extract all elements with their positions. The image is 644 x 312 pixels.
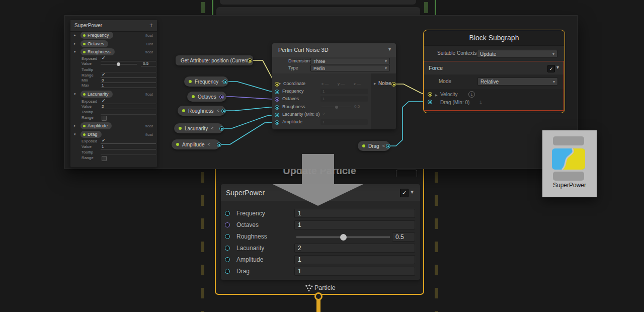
flow-dash-line-right [435, 172, 438, 312]
wire-lacunarity[interactable] [222, 115, 276, 128]
input-value-field[interactable]: 1 [320, 119, 368, 125]
lacunarity-param-port[interactable] [219, 126, 224, 131]
context-output-flow-anchor[interactable] [314, 292, 323, 300]
input-value-field[interactable]: 1 [320, 89, 368, 94]
input-slider-thumb[interactable] [335, 106, 338, 109]
drag-parameter-node[interactable]: Drag < [358, 141, 390, 151]
velocity-input-label: Velocity [440, 92, 457, 97]
flow-dash-line-left [201, 172, 204, 312]
collapse-icon[interactable]: < [382, 143, 385, 148]
frequency-value-field[interactable]: 1 [294, 209, 415, 218]
octaves-value-field[interactable]: 1 [294, 220, 415, 229]
noise-output-port[interactable] [391, 82, 396, 87]
asset-tile-middle [552, 148, 585, 170]
octaves-param-port[interactable] [219, 95, 224, 99]
drag-value-field[interactable]: 1 [294, 267, 415, 276]
frequency-block-port[interactable] [225, 211, 230, 216]
context-header-widget[interactable] [396, 170, 417, 177]
superpower-asset[interactable]: SuperPower [542, 130, 597, 197]
octaves-block-port[interactable] [225, 222, 230, 227]
roughness-value-field[interactable]: 0.5 [392, 232, 415, 242]
coord-z-field[interactable]: z — [354, 82, 361, 86]
noise-output-label: Noise [378, 81, 391, 86]
lacunarity-input-port[interactable] [275, 113, 279, 117]
input-label: Frequency [282, 89, 304, 94]
background-node-top [220, 0, 416, 5]
collapse-icon[interactable]: < [211, 126, 213, 131]
node-collapse-chevron[interactable]: ▾ [388, 46, 391, 52]
input-label: Lacunarity (Min: 0) [282, 112, 320, 117]
spawn-flow-dash-left [201, 2, 205, 13]
lacunarity-block-port[interactable] [225, 246, 230, 251]
drag-param-port[interactable] [386, 144, 390, 148]
block-subgraph-title: Block Subgraph [424, 34, 565, 42]
dropdown-arrow-icon: ▾ [553, 80, 555, 84]
input-value-field[interactable]: 0.5 [354, 104, 360, 109]
coordinate-input-port[interactable] [275, 82, 279, 87]
wire-amplitude[interactable] [220, 122, 276, 144]
input-label: Amplitude [282, 119, 302, 124]
perlin-curl-noise-node[interactable]: Perlin Curl Noise 3D ▾ Dimensions Three … [272, 43, 396, 129]
force-enabled-checkbox[interactable]: ✓ [547, 65, 555, 72]
setting-label: Type [288, 65, 298, 70]
collapse-icon[interactable]: < [217, 108, 219, 113]
wire-noise-to-velocity[interactable] [395, 84, 427, 94]
roughness-param-port[interactable] [221, 109, 226, 113]
frequency-parameter-node[interactable]: Frequency < [184, 76, 228, 87]
octaves-input-port[interactable] [275, 97, 279, 102]
velocity-subgraph-port[interactable] [428, 92, 432, 97]
type-dropdown[interactable]: Perlin ▾ [310, 65, 390, 71]
roughness-slider-thumb[interactable] [340, 234, 347, 241]
drag-input-value[interactable]: 1 [479, 100, 482, 105]
asset-label: SuperPower [542, 182, 597, 189]
suitable-contexts-dropdown[interactable]: Update ▾ [477, 50, 557, 58]
wire-frequency[interactable] [226, 82, 276, 92]
drag-subgraph-port[interactable] [428, 100, 432, 104]
amplitude-param-port[interactable] [217, 142, 221, 147]
row-label: Roughness [236, 233, 267, 240]
wire-octaves[interactable] [222, 97, 276, 99]
roughness-block-port[interactable] [225, 234, 230, 239]
triangle-icon[interactable]: ▶ [435, 93, 438, 97]
drag-block-port[interactable] [225, 269, 230, 274]
asset-tile-top [553, 136, 584, 145]
perlin-node-header[interactable]: Perlin Curl Noise 3D ▾ [272, 43, 396, 57]
roughness-parameter-node[interactable]: Roughness < [178, 106, 225, 116]
exposed-dot-icon [362, 144, 365, 147]
mode-dropdown[interactable]: Relative ▾ [477, 77, 558, 86]
force-mode-row: Mode Relative ▾ [424, 74, 564, 89]
block-subgraph-panel[interactable]: Block Subgraph Suitable Contexts Update … [423, 30, 565, 113]
vfx-graph-canvas[interactable]: Update Particle SuperPower ✓ ▾ Frequency… [0, 0, 644, 312]
amplitude-input-port[interactable] [275, 120, 279, 125]
lacunarity-value-field[interactable]: 2 [294, 244, 415, 253]
coord-y-field[interactable]: y — [338, 82, 345, 86]
coord-x-field[interactable]: x — [321, 82, 329, 86]
position-output-port[interactable] [248, 58, 252, 63]
background-node-bottom [216, 7, 420, 16]
row-label: Lacunarity [236, 245, 264, 252]
lacunarity-parameter-node[interactable]: Lacunarity < [174, 123, 223, 133]
block-enabled-checkbox[interactable]: ✓ [400, 189, 409, 197]
frequency-input-port[interactable] [275, 90, 279, 94]
wire-roughness[interactable] [224, 107, 276, 111]
get-attribute-node[interactable]: Get Attribute: position (Current) [176, 55, 253, 65]
dimensions-dropdown[interactable]: Three ▾ [310, 58, 390, 64]
block-collapse-chevron[interactable]: ▾ [411, 188, 414, 195]
amplitude-value-field[interactable]: 1 [294, 255, 415, 264]
amplitude-block-port[interactable] [225, 257, 230, 262]
input-value-field[interactable]: 1 [320, 96, 368, 102]
input-value-field[interactable]: 2 [323, 112, 325, 116]
perlin-node-settings: Dimensions Three ▾ Type Perlin ▾ [272, 57, 396, 73]
suitable-contexts-label: Suitable Contexts [437, 50, 476, 56]
collapse-icon[interactable]: < [207, 142, 210, 147]
force-block[interactable]: Force ✓ ▾ Mode Relative ▾ ▶ Velocity L D… [424, 61, 564, 111]
frequency-param-port[interactable] [223, 80, 227, 84]
exposed-dot-icon [189, 80, 192, 83]
force-block-header[interactable]: Force ✓ ▾ [424, 61, 564, 74]
local-space-badge[interactable]: L [468, 91, 475, 98]
input-label: Coordinate [283, 81, 305, 86]
roughness-input-port[interactable] [275, 105, 279, 110]
amplitude-parameter-node[interactable]: Amplitude < [172, 139, 220, 149]
perlin-node-title: Perlin Curl Noise 3D [278, 47, 329, 53]
force-collapse-chevron[interactable]: ▾ [556, 64, 559, 70]
